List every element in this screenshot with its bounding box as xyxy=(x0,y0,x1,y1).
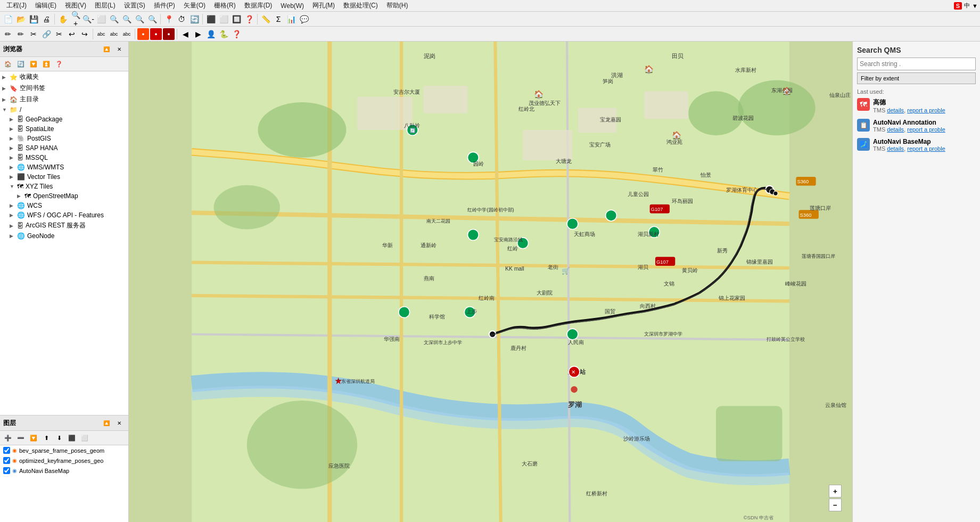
help-button[interactable]: ❓ xyxy=(243,13,255,25)
move-up-btn[interactable]: ⬆ xyxy=(40,432,52,444)
browser-tree-item-geonode[interactable]: ▶ 🌐 GeoNode xyxy=(0,231,128,241)
zoom-in-button[interactable]: 🔍+ xyxy=(70,13,81,25)
color-btn1[interactable]: ● xyxy=(137,28,149,40)
browser-tree-item-geopackage[interactable]: ▶ 🗄 GeoPackage xyxy=(0,115,128,124)
zoom-native-button[interactable]: 🔍 xyxy=(134,13,145,25)
basemap-report-link[interactable]: report a proble xyxy=(907,145,945,152)
browser-tree-item-vectortiles[interactable]: ▶ ⬛ Vector Tiles xyxy=(0,172,128,182)
layer-item-bev[interactable]: ◉ bev_sparse_frame_poses_geom xyxy=(0,445,128,455)
browser-close-btn[interactable]: ✕ xyxy=(113,43,125,55)
browser-home-btn[interactable]: 🏠 xyxy=(2,58,14,70)
digitize-btn4[interactable]: 🔗 xyxy=(40,28,52,40)
layer-item-basemap[interactable]: ◉ AutoNavi BaseMap xyxy=(0,466,128,476)
python-button[interactable]: 🐍 xyxy=(218,28,229,40)
label-btn2[interactable]: abc xyxy=(108,28,120,40)
tips-button[interactable]: 💬 xyxy=(298,13,310,25)
digitize-btn2[interactable]: ✏ xyxy=(15,28,27,40)
layers-collapse-btn[interactable]: 🔼 xyxy=(101,417,112,429)
browser-tree-item-wcs[interactable]: ▶ 🌐 WCS xyxy=(0,201,128,210)
gaode-report-link[interactable]: report a proble xyxy=(907,107,945,113)
annotation-report-link[interactable]: report a proble xyxy=(907,126,945,133)
zoom-full-button[interactable]: ⬜ xyxy=(95,13,107,25)
pan-map-button[interactable]: 🔍 xyxy=(146,13,158,25)
browser-tree-item-mssql[interactable]: ▶ 🗄 MSSQL xyxy=(0,153,128,162)
browser-tree-item-wfsogc[interactable]: ▶ 🌐 WFS / OGC API - Features xyxy=(0,210,128,220)
browser-tree-item-bookmarks[interactable]: ▶ 🔖 空间书签 xyxy=(0,83,128,94)
gaode-details-link[interactable]: details xyxy=(887,107,904,113)
layer-visibility-checkbox[interactable] xyxy=(3,457,10,464)
color-btn2[interactable]: ● xyxy=(150,28,162,40)
browser-tree-item-saphana[interactable]: ▶ 🗄 SAP HANA xyxy=(0,143,128,153)
open-project-button[interactable]: 📂 xyxy=(15,13,27,25)
label-btn1[interactable]: abc xyxy=(95,28,107,40)
menu-web[interactable]: Web(W) xyxy=(276,1,308,11)
label-btn3[interactable]: abc xyxy=(121,28,133,40)
zoom-out-button[interactable]: 🔍- xyxy=(83,13,94,25)
browser-tree-item-root[interactable]: ▼ 📁 / xyxy=(0,105,128,115)
print-button[interactable]: 🖨 xyxy=(40,13,52,25)
color-btn3[interactable]: ● xyxy=(163,28,175,40)
menu-help[interactable]: 帮助(H) xyxy=(382,0,413,11)
digitize-btn3[interactable]: ✂ xyxy=(28,28,39,40)
undo-button[interactable]: ↩ xyxy=(66,28,78,40)
zoom-layer-button[interactable]: 🔍 xyxy=(121,13,133,25)
menu-raster[interactable]: 栅格(R) xyxy=(210,0,240,11)
qgis-help-button[interactable]: ❓ xyxy=(230,28,242,40)
layer-visibility-checkbox[interactable] xyxy=(3,447,10,454)
browser-tree-item-favorites[interactable]: ▶ ⭐ 收藏夹 xyxy=(0,71,128,83)
menu-database[interactable]: 数据库(D) xyxy=(240,0,277,11)
menu-settings[interactable]: 设置(S) xyxy=(120,0,150,11)
menu-vector[interactable]: 矢量(O) xyxy=(179,0,210,11)
attribute-button[interactable]: 📊 xyxy=(285,13,297,25)
redo-button[interactable]: ↪ xyxy=(79,28,90,40)
identify-button[interactable]: 📍 xyxy=(163,13,175,25)
time-button[interactable]: ⏱ xyxy=(176,13,187,25)
browser-collapse-btn[interactable]: 🔼 xyxy=(101,43,112,55)
annotation-details-link[interactable]: details xyxy=(887,126,904,133)
browser-collapse-all-btn[interactable]: ⏫ xyxy=(40,58,52,70)
layers-close-btn[interactable]: ✕ xyxy=(113,417,125,429)
select-button[interactable]: ⬛ xyxy=(205,13,217,25)
pan-button[interactable]: ✋ xyxy=(57,13,69,25)
browser-tree-item-spatialite[interactable]: ▶ 🗄 SpatiaLite xyxy=(0,124,128,134)
remove-layer-btn[interactable]: ➖ xyxy=(15,432,27,444)
expand-all-btn[interactable]: ⬛ xyxy=(66,432,78,444)
browser-tree-item-wmswmts[interactable]: ▶ 🌐 WMS/WMTS xyxy=(0,162,128,172)
nav-back-button[interactable]: ◀ xyxy=(179,28,191,40)
qms-search-input[interactable] xyxy=(857,58,976,70)
menu-edit[interactable]: 编辑(E) xyxy=(31,0,61,11)
move-down-btn[interactable]: ⬇ xyxy=(53,432,65,444)
menu-processing[interactable]: 数据处理(C) xyxy=(339,0,382,11)
deselect-button[interactable]: ⬜ xyxy=(218,13,229,25)
refresh-button[interactable]: 🔄 xyxy=(188,13,200,25)
new-project-button[interactable]: 📄 xyxy=(2,13,14,25)
menu-layer[interactable]: 图层(L) xyxy=(90,0,120,11)
add-layer-btn[interactable]: ➕ xyxy=(2,432,14,444)
menu-view[interactable]: 视图(V) xyxy=(61,0,90,11)
nav-fwd-button[interactable]: ▶ xyxy=(192,28,204,40)
menu-project[interactable]: 工程(J) xyxy=(2,0,31,11)
sum-button[interactable]: Σ xyxy=(273,13,284,25)
select-location-button[interactable]: 🔲 xyxy=(230,13,242,25)
layer-visibility-checkbox[interactable] xyxy=(3,467,10,474)
qms-filter-button[interactable]: Filter by extent xyxy=(857,72,976,84)
measure-button[interactable]: 📏 xyxy=(260,13,271,25)
browser-refresh-btn[interactable]: 🔄 xyxy=(15,58,27,70)
browser-filter-btn[interactable]: 🔽 xyxy=(28,58,39,70)
sketch-button[interactable]: 👤 xyxy=(205,28,217,40)
zoom-in-map-btn[interactable]: + xyxy=(829,485,842,497)
collapse-all-btn[interactable]: ⬜ xyxy=(79,432,90,444)
map-area[interactable]: G107 G107 S360 S360 🔄 🏠 🏠 🏠 xyxy=(129,42,852,522)
digitize-btn1[interactable]: ✏ xyxy=(2,28,14,40)
menu-plugins[interactable]: 插件(P) xyxy=(150,0,179,11)
browser-tree-item-postgis[interactable]: ▶ 🐘 PostGIS xyxy=(0,134,128,143)
save-project-button[interactable]: 💾 xyxy=(28,13,39,25)
browser-tree-item-xyztiles[interactable]: ▼ 🗺 XYZ Tiles xyxy=(0,182,128,191)
basemap-details-link[interactable]: details xyxy=(887,145,904,152)
browser-tree-item-home[interactable]: ▶ 🏠 主目录 xyxy=(0,94,128,105)
browser-tree-item-openstreetmap[interactable]: ▶ 🗺 OpenStreetMap xyxy=(0,191,128,201)
zoom-selection-button[interactable]: 🔍 xyxy=(108,13,120,25)
browser-help-btn[interactable]: ❓ xyxy=(53,58,65,70)
menu-mesh[interactable]: 网孔(M) xyxy=(308,0,339,11)
filter-layer-btn[interactable]: 🔽 xyxy=(28,432,39,444)
